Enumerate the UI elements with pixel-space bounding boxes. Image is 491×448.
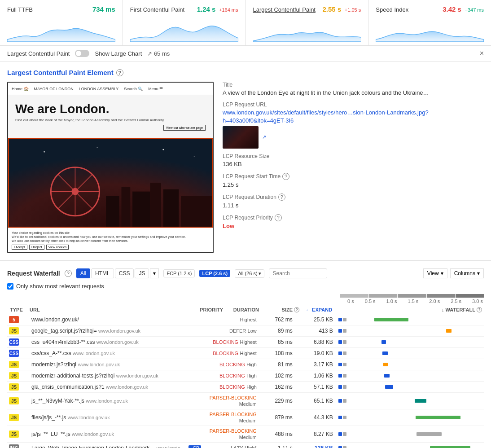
cookie-accept-btn[interactable]: I Accept xyxy=(12,245,27,250)
lcp-toggle-switch[interactable] xyxy=(75,50,89,57)
lcp-help-icon[interactable]: ? xyxy=(116,69,123,76)
waterfall-bar-cell xyxy=(373,393,484,409)
view-button[interactable]: View ▾ xyxy=(423,268,447,278)
size-dots xyxy=(338,340,371,344)
url-domain: www.london.gov.uk xyxy=(106,384,148,390)
type-badge: JS xyxy=(9,430,19,438)
lcp-preview: Home 🏠 MAYOR OF LONDON LONDON ASSEMBLY S… xyxy=(7,82,214,253)
duration-cell: 879 ms xyxy=(260,409,296,426)
tick-1: 0.5 s xyxy=(365,299,376,304)
columns-button[interactable]: Columns ▾ xyxy=(450,268,484,278)
cookie-view-btn[interactable]: View cookies xyxy=(46,245,69,250)
priority-tag: BLOCKING xyxy=(213,339,238,345)
wf-bar-container xyxy=(374,445,482,448)
fcp-badge[interactable]: FCP (1.2 s) xyxy=(163,269,195,277)
table-row: JSfiles/js/js_-**.js www.london.gov.ukPA… xyxy=(7,409,484,426)
start-time-help[interactable]: ? xyxy=(282,173,289,180)
priority-help[interactable]: ? xyxy=(275,214,282,221)
table-row: JSmodernizr.js?rzlhqi www.london.gov.ukB… xyxy=(7,359,484,370)
filter-all[interactable]: All xyxy=(76,268,90,278)
size-cell: 3.17 KB xyxy=(296,359,337,370)
url-main: modernizr.js?rzlhqi xyxy=(31,361,76,368)
size-value: 44.3 KB xyxy=(314,414,333,421)
table-row: CSScss/css_A-**.css www.london.gov.ukBLO… xyxy=(7,348,484,359)
preview-hero: We are London. Find out about the work o… xyxy=(8,95,213,138)
filter-js[interactable]: JS xyxy=(135,268,149,278)
external-link-icon[interactable]: ↗ xyxy=(262,134,266,140)
priority-label: LCP Request Priority xyxy=(223,215,273,221)
size-help-icon[interactable]: ? xyxy=(294,307,299,312)
size-value: 136 KB xyxy=(315,445,333,448)
priority-value: High xyxy=(246,384,257,390)
dot-gray xyxy=(343,385,346,389)
waterfall-bar-cell xyxy=(373,348,484,359)
waterfall-search[interactable] xyxy=(269,268,327,278)
cookie-reject-btn[interactable]: I Reject xyxy=(29,245,44,250)
table-row: 5www.london.gov.uk/Highest762 ms25.5 KB xyxy=(7,314,484,325)
filter-dropdown[interactable]: ▾ xyxy=(150,268,159,278)
preview-image xyxy=(8,138,213,228)
expand-cell xyxy=(337,325,373,337)
timeline-strips xyxy=(7,294,484,298)
wf-bar-container xyxy=(374,316,482,323)
priority-tag: DEFER xyxy=(229,328,246,334)
wf-bar-container xyxy=(374,384,482,390)
col-expand-header: ← EXPAND xyxy=(303,307,339,312)
url-value[interactable]: www.london.gov.uk/sites/default/files/st… xyxy=(223,109,484,125)
wf-bar-container xyxy=(374,361,482,368)
duration-help[interactable]: ? xyxy=(278,193,285,201)
table-row: JSgoogle_tag.script.js?rzlhqi= www.londo… xyxy=(7,325,484,337)
wf-bar-container xyxy=(374,414,482,421)
duration-cell: 229 ms xyxy=(260,393,296,409)
filter-html[interactable]: HTML xyxy=(91,268,114,278)
preview-view-btn[interactable]: View our who we are page xyxy=(163,125,206,131)
relevant-requests-label: Only show most relevant requests xyxy=(16,283,104,290)
size-cell: 44.3 KB xyxy=(296,409,337,426)
relevant-requests-checkbox[interactable] xyxy=(7,283,13,290)
filter-css[interactable]: CSS xyxy=(115,268,134,278)
dot-gray xyxy=(343,416,346,419)
priority-tag: PARSER-BLOCKING xyxy=(210,395,257,400)
all-badge[interactable]: All (26 s) ▾ xyxy=(235,269,264,278)
lcp-badge[interactable]: LCP (2.6 s) xyxy=(199,270,230,277)
waterfall-bar-cell xyxy=(373,337,484,348)
metric-value-si: 3.42 s xyxy=(443,5,461,13)
lcp-ms-label: ↗ 65 ms xyxy=(147,50,170,57)
size-value: 1.06 KB xyxy=(314,373,333,379)
priority-value: High xyxy=(246,362,257,367)
url-main: files/js/js_-**.js xyxy=(31,414,66,421)
svg-point-14 xyxy=(44,151,45,153)
duration-label: LCP Request Duration xyxy=(223,194,276,200)
duration-cell: 85 ms xyxy=(260,337,296,348)
lcp-content: Home 🏠 MAYOR OF LONDON LONDON ASSEMBLY S… xyxy=(7,82,484,253)
col-headers: TYPE URL PRIORITY DURATION SIZE ? ← EXPA… xyxy=(7,306,484,314)
lcp-bar-close[interactable]: × xyxy=(480,49,484,57)
url-main: js/js_**_LU_**.js xyxy=(31,431,70,437)
url-domain: www.london.gov.uk xyxy=(86,398,128,404)
waterfall-bar-cell xyxy=(373,443,484,448)
wf-bar xyxy=(430,446,470,448)
size-value: 8.27 KB xyxy=(314,431,333,437)
priority-value: Highest xyxy=(240,317,256,322)
preview-cookie: Your choice regarding cookies on this si… xyxy=(8,228,213,252)
url-domain: www.london.gov.uk xyxy=(73,351,115,356)
waterfall-help-icon[interactable]: ? xyxy=(477,307,482,312)
dot-blue xyxy=(338,416,342,419)
type-badge: CSS xyxy=(9,350,19,357)
metric-title-fcp: First Contentful Paint xyxy=(130,6,184,13)
expand-cell xyxy=(337,314,373,325)
tick-0: 0 s xyxy=(347,299,354,304)
size-value: 413 B xyxy=(319,328,333,334)
expand-cell xyxy=(337,348,373,359)
title-value: A view of the London Eye at night lit in… xyxy=(223,89,484,97)
tick-2: 1.0 s xyxy=(386,299,397,304)
type-badge: JS xyxy=(9,372,19,379)
url-label: LCP Request URL xyxy=(223,101,484,108)
relevant-requests-row: Only show most relevant requests xyxy=(7,283,484,290)
metric-title-lcp: Largest Contentful Paint xyxy=(253,6,316,13)
waterfall-help[interactable]: ? xyxy=(65,270,72,277)
duration-cell: 762 ms xyxy=(260,314,296,325)
metric-speed-index: Speed Index 3.42 s −347 ms xyxy=(368,0,491,45)
lcp-tag: LCP xyxy=(189,445,201,448)
size-value: 3.17 KB xyxy=(314,361,333,368)
